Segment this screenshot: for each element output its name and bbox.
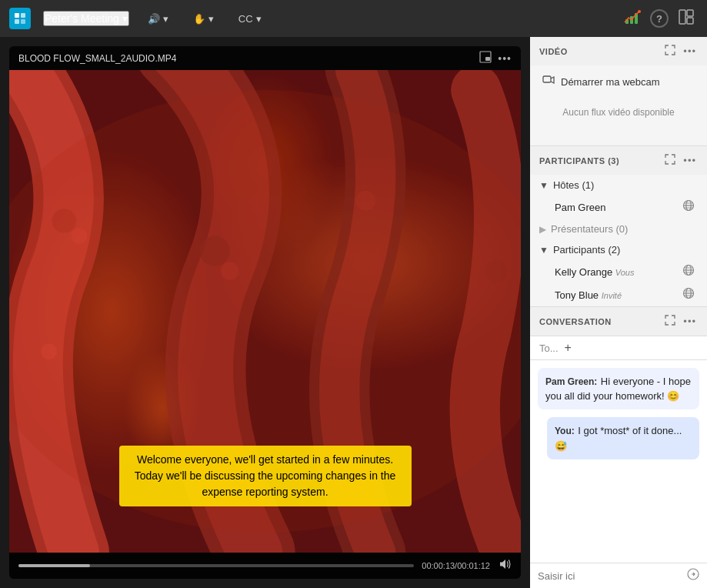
hosts-arrow: ▼ bbox=[539, 180, 549, 191]
hand-arrow: ▾ bbox=[208, 13, 214, 25]
video-area: BLOOD FLOW_SMALL_2AUDIO.MP4 ••• bbox=[0, 37, 530, 588]
hand-control-btn[interactable]: ✋ ▾ bbox=[187, 10, 220, 28]
conversation-to-label: To... bbox=[539, 342, 559, 354]
pam-green-globe-icon[interactable] bbox=[682, 199, 695, 215]
message-you: You: I got *most* of it done... 😅 bbox=[547, 417, 699, 459]
webcam-icon bbox=[542, 75, 555, 89]
navbar: Peter's Meeting ▾ 🔊 ▾ ✋ ▾ CC ▾ ? bbox=[0, 0, 707, 37]
sidebar: VIDÉO ••• bbox=[530, 37, 707, 588]
cc-label: CC bbox=[238, 13, 253, 25]
volume-icon[interactable] bbox=[498, 557, 512, 574]
video-header-controls: ••• bbox=[479, 51, 512, 65]
participants-panel-expand-btn[interactable] bbox=[663, 152, 677, 169]
time-display: 00:00:13/00:01:12 bbox=[422, 561, 490, 570]
hosts-section-toggle[interactable]: ▼ Hôtes (1) bbox=[530, 175, 707, 195]
msg-sender-you: You: bbox=[555, 426, 575, 436]
no-video-message: Aucun flux vidéo disponible bbox=[536, 92, 701, 139]
hosts-label: Hôtes (1) bbox=[553, 179, 594, 191]
video-panel-content: Démarrer ma webcam Aucun flux vidéo disp… bbox=[530, 65, 707, 145]
meeting-title-arrow: ▾ bbox=[122, 12, 128, 25]
video-more-button[interactable]: ••• bbox=[498, 52, 512, 65]
meeting-title-btn[interactable]: Peter's Meeting ▾ bbox=[43, 11, 129, 26]
help-icon[interactable]: ? bbox=[650, 9, 669, 28]
participants-panel-title: PARTICIPANTS (3) bbox=[539, 156, 619, 165]
video-container: BLOOD FLOW_SMALL_2AUDIO.MP4 ••• bbox=[9, 46, 521, 579]
conversation-input[interactable] bbox=[538, 570, 682, 582]
layout-icon[interactable] bbox=[675, 5, 698, 32]
participants-panel-more-btn[interactable]: ••• bbox=[682, 153, 698, 168]
meeting-title-text: Peter's Meeting bbox=[45, 12, 119, 25]
conversation-more-btn[interactable]: ••• bbox=[682, 314, 698, 329]
tony-blue-globe-icon[interactable] bbox=[682, 287, 695, 302]
presenters-label: Présentateurs (0) bbox=[551, 223, 628, 235]
msg-sender-pam: Pam Green: bbox=[545, 376, 597, 387]
start-webcam-label: Démarrer ma webcam bbox=[561, 76, 660, 88]
conversation-add-btn[interactable]: + bbox=[565, 341, 572, 355]
audio-control-btn[interactable]: 🔊 ▾ bbox=[142, 10, 175, 28]
tony-blue-badge: Invité bbox=[602, 291, 622, 300]
svg-rect-8 bbox=[679, 10, 685, 24]
kelly-orange-name: Kelly Orange Vous bbox=[555, 266, 634, 278]
video-footer: 00:00:13/00:01:12 bbox=[9, 553, 521, 579]
conversation-input-area bbox=[530, 563, 707, 588]
svg-point-7 bbox=[638, 10, 641, 13]
progress-fill bbox=[18, 564, 90, 567]
participant-kelly-orange: Kelly Orange Vous bbox=[530, 260, 707, 283]
svg-rect-1 bbox=[21, 13, 25, 18]
conversation-header: CONVERSATION ••• bbox=[530, 307, 707, 336]
pip-button[interactable] bbox=[479, 51, 492, 65]
navbar-icons: ? bbox=[621, 5, 698, 32]
conversation-panel: CONVERSATION ••• To... + Pam Green: bbox=[530, 307, 707, 588]
participants-arrow: ▼ bbox=[539, 245, 549, 256]
audio-icon: 🔊 bbox=[148, 13, 160, 25]
app-logo bbox=[9, 8, 31, 29]
video-panel-title: VIDÉO bbox=[539, 47, 568, 56]
conversation-send-btn[interactable] bbox=[687, 568, 699, 583]
svg-rect-12 bbox=[485, 57, 490, 61]
subtitle-text: Welcome everyone, we'll get started in a… bbox=[135, 453, 396, 498]
video-filename: BLOOD FLOW_SMALL_2AUDIO.MP4 bbox=[18, 53, 176, 64]
pam-green-name: Pam Green bbox=[555, 202, 605, 213]
svg-rect-0 bbox=[15, 13, 19, 18]
cc-control-btn[interactable]: CC ▾ bbox=[232, 10, 268, 28]
svg-rect-3 bbox=[21, 19, 25, 24]
tony-blue-name: Tony Blue Invité bbox=[555, 289, 622, 301]
participants-panel-header: PARTICIPANTS (3) ••• bbox=[530, 146, 707, 175]
participant-tony-blue: Tony Blue Invité bbox=[530, 283, 707, 306]
conversation-messages: Pam Green: Hi everyone - I hope you all … bbox=[530, 360, 707, 563]
video-header: BLOOD FLOW_SMALL_2AUDIO.MP4 ••• bbox=[9, 46, 521, 70]
video-sidebar-panel: VIDÉO ••• bbox=[530, 37, 707, 146]
chart-icon[interactable] bbox=[621, 5, 644, 32]
participants-panel-controls: ••• bbox=[663, 152, 698, 169]
svg-rect-2 bbox=[15, 19, 19, 24]
svg-rect-10 bbox=[687, 18, 693, 24]
svg-rect-9 bbox=[687, 10, 693, 16]
presenters-arrow: ▶ bbox=[539, 224, 546, 235]
main-content: BLOOD FLOW_SMALL_2AUDIO.MP4 ••• bbox=[0, 37, 707, 588]
start-webcam-button[interactable]: Démarrer ma webcam bbox=[536, 72, 666, 92]
audio-arrow: ▾ bbox=[163, 13, 168, 25]
hand-icon: ✋ bbox=[193, 13, 205, 25]
progress-bar[interactable] bbox=[18, 564, 414, 567]
kelly-orange-globe-icon[interactable] bbox=[682, 264, 695, 279]
conversation-to-bar: To... + bbox=[530, 336, 707, 360]
cc-arrow: ▾ bbox=[256, 13, 262, 25]
video-panel-header: VIDÉO ••• bbox=[530, 37, 707, 65]
kelly-orange-badge: Vous bbox=[615, 268, 635, 277]
participant-pam-green: Pam Green bbox=[530, 195, 707, 219]
video-panel-controls: ••• bbox=[663, 43, 698, 59]
presenters-section-toggle[interactable]: ▶ Présentateurs (0) bbox=[530, 219, 707, 239]
participants-label: Participants (2) bbox=[553, 244, 620, 256]
message-pam-green: Pam Green: Hi everyone - I hope you all … bbox=[538, 368, 699, 409]
svg-rect-21 bbox=[543, 76, 551, 82]
conversation-controls: ••• bbox=[663, 313, 698, 329]
conversation-expand-btn[interactable] bbox=[663, 313, 677, 329]
video-panel-more-btn[interactable]: ••• bbox=[682, 44, 698, 58]
participants-panel: PARTICIPANTS (3) ••• ▼ Hôtes (1) Pam Gre… bbox=[530, 146, 707, 307]
video-panel-expand-btn[interactable] bbox=[663, 43, 677, 59]
conversation-title: CONVERSATION bbox=[539, 317, 612, 326]
participants-section-toggle[interactable]: ▼ Participants (2) bbox=[530, 239, 707, 260]
subtitle-bar: Welcome everyone, we'll get started in a… bbox=[119, 446, 412, 506]
video-thumbnail[interactable]: Welcome everyone, we'll get started in a… bbox=[9, 70, 521, 553]
